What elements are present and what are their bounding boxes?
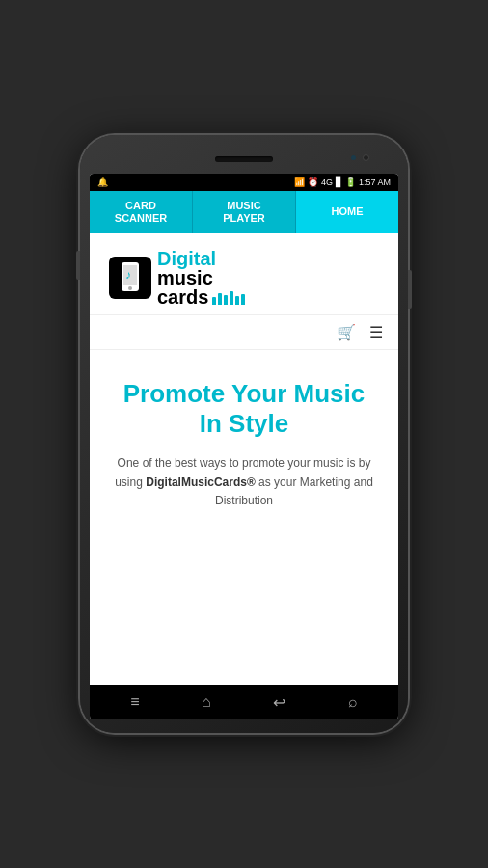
phone-device: 🔔 📶 ⏰ 4G ▊ 🔋 1:57 AM CARD SCANNER MUSIC …	[80, 135, 408, 733]
hero-title: Promote Your Music In Style	[109, 379, 379, 439]
logo-text: Digital music cards	[157, 249, 245, 307]
cart-icon[interactable]: 🛒	[337, 323, 356, 341]
logo-digital: Digital	[157, 249, 216, 268]
menu-icon[interactable]: ☰	[369, 323, 383, 341]
svg-point-2	[128, 286, 132, 290]
battery-icon: 🔋	[345, 177, 356, 187]
logo-cards: cards	[157, 287, 208, 307]
logo-container: ♪ Digital music cards	[109, 249, 245, 307]
phone-top-bar	[90, 149, 398, 170]
status-bar: 🔔 📶 ⏰ 4G ▊ 🔋 1:57 AM	[90, 174, 398, 191]
camera	[363, 154, 369, 161]
hero-section: Promote Your Music In Style One of the b…	[90, 350, 398, 529]
status-left-icons: 🔔	[97, 177, 108, 187]
home-tab[interactable]: HOME	[296, 191, 398, 233]
brand-name: DigitalMusicCards®	[146, 475, 256, 489]
music-player-tab[interactable]: MUSIC PLAYER	[193, 191, 296, 233]
signal-bars: ▊	[336, 177, 342, 187]
bottom-back-icon[interactable]: ↩	[273, 693, 285, 712]
time-display: 1:57 AM	[359, 177, 391, 187]
bottom-menu-icon[interactable]: ≡	[130, 693, 139, 711]
content-area: ♪ Digital music cards	[90, 233, 398, 685]
network-indicator: 4G	[321, 177, 333, 187]
power-button[interactable]	[408, 270, 412, 309]
phone-screen: 🔔 📶 ⏰ 4G ▊ 🔋 1:57 AM CARD SCANNER MUSIC …	[90, 174, 398, 719]
logo-area: ♪ Digital music cards	[90, 233, 398, 315]
clock-icon: ⏰	[308, 177, 318, 187]
icons-row: 🛒 ☰	[90, 315, 398, 350]
speaker-grill	[215, 156, 273, 162]
card-scanner-tab[interactable]: CARD SCANNER	[90, 191, 193, 233]
logo-icon: ♪	[109, 257, 151, 299]
bottom-home-icon[interactable]: ⌂	[202, 693, 211, 711]
hero-subtitle: One of the best ways to promote your mus…	[109, 454, 379, 510]
bottom-search-icon[interactable]: ⌕	[348, 693, 358, 711]
bottom-nav: ≡ ⌂ ↩ ⌕	[90, 685, 398, 719]
notification-icon: 🔔	[97, 177, 108, 187]
svg-text:♪: ♪	[125, 268, 131, 282]
volume-button[interactable]	[76, 251, 80, 280]
logo-music: music	[157, 268, 213, 287]
status-right: 📶 ⏰ 4G ▊ 🔋 1:57 AM	[294, 177, 391, 187]
equalizer-bars	[212, 291, 245, 305]
sim-icon: 📶	[294, 177, 305, 187]
sensor	[351, 155, 356, 160]
nav-tabs: CARD SCANNER MUSIC PLAYER HOME	[90, 191, 398, 233]
logo-svg: ♪	[117, 260, 144, 295]
